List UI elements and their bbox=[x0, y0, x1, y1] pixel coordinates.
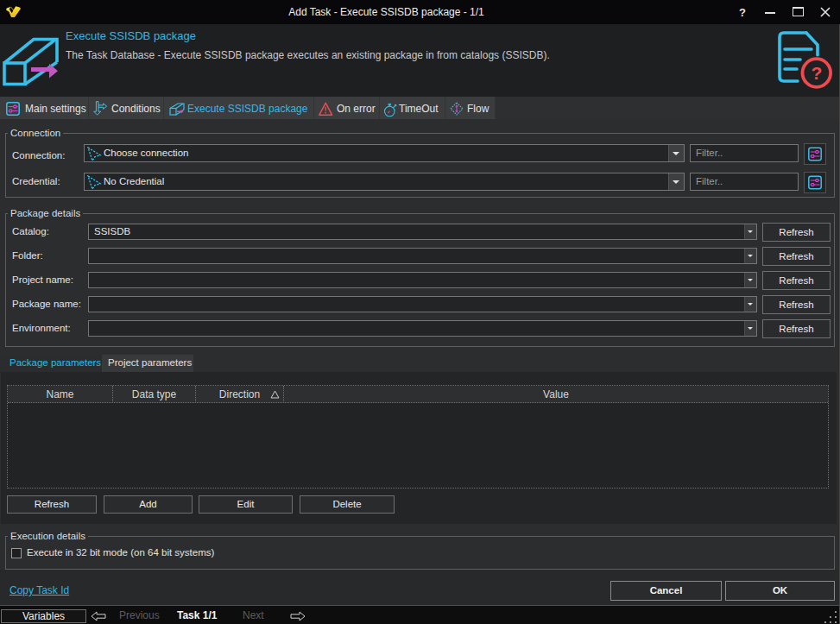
svg-text:?: ? bbox=[811, 63, 822, 83]
